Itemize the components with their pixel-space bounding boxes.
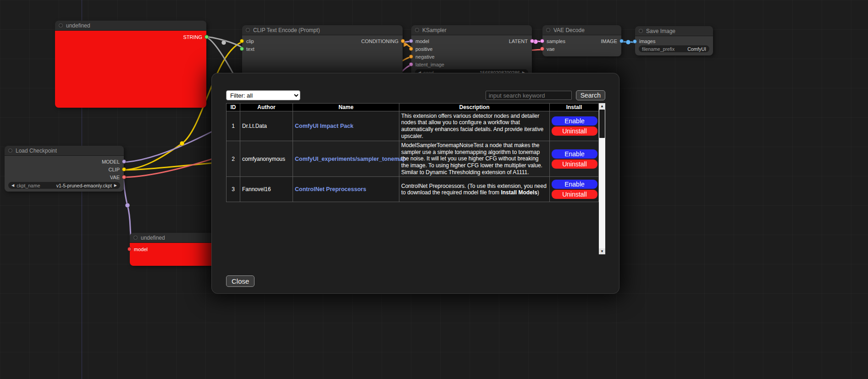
scroll-down-arrow-icon[interactable]: ▼ [599, 248, 605, 254]
node-load-checkpoint[interactable]: Load Checkpoint MODEL CLIP VAE [5, 146, 124, 192]
slot-label: text [246, 46, 254, 52]
extension-row: 3 Fannovel16 ControlNet Preprocessors Co… [227, 177, 599, 202]
enable-button[interactable]: Enable [552, 116, 597, 126]
wire-direction-arrow [404, 42, 409, 47]
slot-label: negative [415, 54, 435, 60]
node-header[interactable]: Save Image [635, 26, 713, 36]
vae-slot-icon[interactable] [122, 175, 126, 179]
extension-author: Fannovel16 [240, 177, 293, 202]
uninstall-button[interactable]: Uninstall [552, 190, 597, 199]
slot-label: MODEL [102, 159, 120, 165]
scrollbar-thumb[interactable] [599, 110, 605, 138]
wire-midpoint-dot [221, 40, 226, 45]
close-button[interactable]: Close [226, 275, 254, 287]
input-slot-text[interactable]: text [242, 46, 254, 52]
input-slot-negative[interactable]: negative [411, 54, 435, 60]
filter-select[interactable]: Filter: all [226, 90, 300, 100]
collapse-dot-icon[interactable] [133, 236, 138, 240]
output-slot-model[interactable]: MODEL [102, 159, 124, 165]
collapse-dot-icon[interactable] [59, 23, 63, 27]
node-undefined-top[interactable]: undefined STRING [55, 21, 206, 108]
widget-value: v1-5-pruned-emaonly.ckpt [56, 183, 112, 188]
conditioning-slot-icon[interactable] [409, 47, 413, 51]
clip-slot-icon[interactable] [240, 39, 244, 43]
extension-table: ID Author Name Description Install 1 Dr.… [226, 103, 599, 202]
slot-label: CONDITIONING [361, 38, 398, 44]
wire-midpoint-dot [626, 40, 630, 44]
graph-canvas[interactable]: undefined STRING CLIP Text Encode (Promp… [0, 0, 868, 379]
extension-link[interactable]: ComfyUI_experiments/sampler_tonemap [295, 156, 406, 162]
collapse-dot-icon[interactable] [639, 29, 643, 33]
node-header[interactable]: undefined [55, 21, 206, 31]
slot-label: latent_image [415, 62, 444, 67]
uninstall-button[interactable]: Uninstall [552, 126, 597, 136]
node-header[interactable]: VAE Decode [542, 25, 621, 35]
vae-slot-icon[interactable] [540, 47, 544, 51]
conditioning-slot-icon[interactable] [409, 55, 413, 59]
ckpt-name-widget[interactable]: ◀ ckpt_name v1-5-pruned-emaonly.ckpt ▶ [8, 182, 120, 189]
input-slot-vae[interactable]: vae [542, 46, 555, 52]
column-header-description: Description [399, 104, 550, 111]
extension-link[interactable]: ComfyUI Impact Pack [295, 123, 354, 129]
clip-slot-icon[interactable] [122, 167, 126, 171]
enable-button[interactable]: Enable [552, 180, 597, 189]
node-vae-decode[interactable]: VAE Decode samples IMAGE vae [542, 25, 621, 56]
image-slot-icon[interactable] [633, 39, 637, 44]
model-slot-icon[interactable] [409, 39, 413, 43]
slot-label: samples [547, 38, 565, 44]
previous-arrow-icon[interactable]: ◀ [11, 184, 14, 187]
collapse-dot-icon[interactable] [246, 28, 250, 32]
slot-label: model [134, 247, 148, 252]
output-slot-conditioning[interactable]: CONDITIONING [361, 38, 403, 44]
collapse-dot-icon[interactable] [546, 28, 550, 32]
extension-author: comfyanonymous [240, 141, 293, 177]
input-slot-samples[interactable]: samples [542, 38, 565, 44]
node-title: undefined [141, 235, 165, 241]
slot-label: model [415, 38, 429, 44]
slot-label: vae [547, 46, 555, 52]
search-button[interactable]: Search [576, 90, 605, 100]
extension-link[interactable]: ControlNet Preprocessors [295, 186, 366, 192]
input-slot-model[interactable]: model [411, 38, 429, 44]
extension-author: Dr.Lt.Data [240, 111, 293, 141]
latent-slot-icon[interactable] [540, 39, 544, 43]
table-scrollbar[interactable]: ▲ ▼ [599, 103, 605, 254]
scroll-up-arrow-icon[interactable]: ▲ [599, 103, 605, 109]
uninstall-button[interactable]: Uninstall [552, 159, 597, 169]
extension-id: 1 [227, 111, 240, 141]
collapse-dot-icon[interactable] [415, 28, 419, 32]
output-slot-image[interactable]: IMAGE [601, 38, 621, 44]
table-header-row: ID Author Name Description Install [227, 104, 599, 111]
string-slot-icon[interactable] [205, 35, 209, 39]
enable-button[interactable]: Enable [552, 149, 597, 159]
latent-slot-icon[interactable] [530, 39, 534, 43]
slot-label: positive [415, 46, 432, 52]
input-slot-positive[interactable]: positive [411, 46, 432, 52]
model-slot-icon[interactable] [122, 159, 126, 164]
output-slot-string[interactable]: STRING [183, 34, 206, 40]
node-save-image[interactable]: Save Image images filename_prefix ComfyU… [635, 26, 713, 55]
next-arrow-icon[interactable]: ▶ [114, 184, 117, 187]
input-slot-images[interactable]: images [635, 38, 655, 44]
node-header[interactable]: KSampler [411, 25, 532, 35]
text-slot-icon[interactable] [240, 47, 244, 51]
extension-description: This extension offers various detector n… [399, 111, 550, 141]
slot-label: CLIP [109, 167, 120, 172]
conditioning-slot-icon[interactable] [401, 39, 405, 43]
output-slot-clip[interactable]: CLIP [109, 167, 124, 172]
node-header[interactable]: CLIP Text Encode (Prompt) [242, 25, 403, 35]
slot-label: IMAGE [601, 38, 617, 44]
input-slot-latent-image[interactable]: latent_image [411, 62, 444, 67]
search-input[interactable] [486, 91, 572, 100]
widget-name: ckpt_name [17, 183, 40, 188]
image-slot-icon[interactable] [619, 39, 624, 43]
latent-slot-icon[interactable] [409, 62, 413, 66]
model-slot-icon[interactable] [127, 247, 132, 251]
output-slot-vae[interactable]: VAE [110, 175, 124, 180]
node-header[interactable]: Load Checkpoint [5, 146, 124, 156]
input-slot-clip[interactable]: clip [242, 38, 254, 44]
output-slot-latent[interactable]: LATENT [509, 38, 532, 44]
collapse-dot-icon[interactable] [8, 148, 12, 153]
input-slot-model[interactable]: model [130, 247, 148, 252]
filename-prefix-widget[interactable]: filename_prefix ComfyUI [639, 45, 709, 52]
